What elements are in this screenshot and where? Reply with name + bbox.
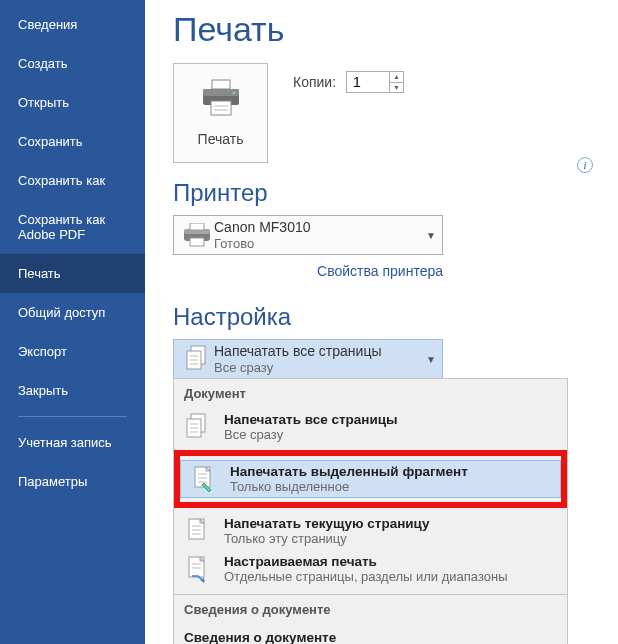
print-range-menu: Документ Напечатать все страницы Все сра… (173, 378, 568, 644)
menu-item-current-page[interactable]: Напечатать текущую страницу Только эту с… (174, 512, 567, 550)
menu-item-selection[interactable]: Напечатать выделенный фрагмент Только вы… (180, 460, 561, 498)
copies-row: Копии: ▲ ▼ (293, 63, 404, 93)
range-selected-subtitle: Все сразу (214, 360, 426, 376)
page-custom-icon (186, 555, 208, 583)
sidebar-item-info[interactable]: Сведения (0, 5, 145, 44)
sidebar-item-options[interactable]: Параметры (0, 462, 145, 501)
printer-name: Canon MF3010 (214, 219, 426, 236)
print-panel: Печать Печать Копии: ▲ ▼ (145, 0, 618, 644)
menu-group-docinfo: Сведения о документе (174, 595, 567, 624)
menu-item-docinfo[interactable]: Сведения о документе Список свойств, так… (174, 624, 567, 644)
printer-small-icon (182, 223, 212, 247)
page-title: Печать (173, 10, 593, 49)
copies-spinner[interactable]: ▲ ▼ (346, 71, 404, 93)
svg-rect-4 (211, 101, 231, 115)
pages-icon (185, 345, 209, 373)
sidebar-item-close[interactable]: Закрыть (0, 371, 145, 410)
backstage-sidebar: Сведения Создать Открыть Сохранить Сохра… (0, 0, 145, 644)
menu-item-all-pages[interactable]: Напечатать все страницы Все сразу (174, 408, 567, 446)
page-selection-icon (192, 465, 214, 493)
copies-label: Копии: (293, 74, 336, 90)
sidebar-item-open[interactable]: Открыть (0, 83, 145, 122)
chevron-down-icon: ▼ (426, 354, 436, 365)
sidebar-item-account[interactable]: Учетная запись (0, 423, 145, 462)
sidebar-item-share[interactable]: Общий доступ (0, 293, 145, 332)
svg-rect-9 (190, 223, 204, 230)
menu-group-document: Документ (174, 379, 567, 408)
printer-heading: Принтер (173, 179, 593, 207)
print-button-label: Печать (198, 131, 244, 147)
sidebar-item-saveas[interactable]: Сохранить как (0, 161, 145, 200)
printer-icon (200, 79, 242, 117)
chevron-down-icon: ▼ (426, 230, 436, 241)
svg-rect-0 (212, 80, 230, 89)
sidebar-item-export[interactable]: Экспорт (0, 332, 145, 371)
sidebar-item-save[interactable]: Сохранить (0, 122, 145, 161)
svg-rect-10 (190, 238, 204, 246)
print-range-dropdown[interactable]: Напечатать все страницы Все сразу ▼ (173, 339, 443, 379)
page-current-icon (186, 517, 208, 545)
sidebar-item-saveas-pdf[interactable]: Сохранить как Adobe PDF (0, 200, 145, 254)
highlighted-annotation: Напечатать выделенный фрагмент Только вы… (174, 450, 567, 508)
sidebar-divider (18, 416, 127, 417)
svg-point-11 (187, 231, 189, 233)
printer-status: Готово (214, 236, 426, 252)
sidebar-item-new[interactable]: Создать (0, 44, 145, 83)
printer-properties-link[interactable]: Свойства принтера (173, 255, 443, 287)
svg-point-3 (232, 92, 235, 95)
pages-icon (185, 413, 209, 441)
sidebar-item-print[interactable]: Печать (0, 254, 145, 293)
info-icon[interactable]: i (577, 157, 593, 173)
copies-up-icon[interactable]: ▲ (389, 72, 403, 83)
printer-dropdown[interactable]: Canon MF3010 Готово ▼ (173, 215, 443, 255)
settings-heading: Настройка (173, 303, 593, 331)
menu-item-custom-range[interactable]: Настраиваемая печать Отдельные страницы,… (174, 550, 567, 588)
range-selected-title: Напечатать все страницы (214, 343, 426, 360)
print-button[interactable]: Печать (173, 63, 268, 163)
copies-down-icon[interactable]: ▼ (389, 83, 403, 93)
